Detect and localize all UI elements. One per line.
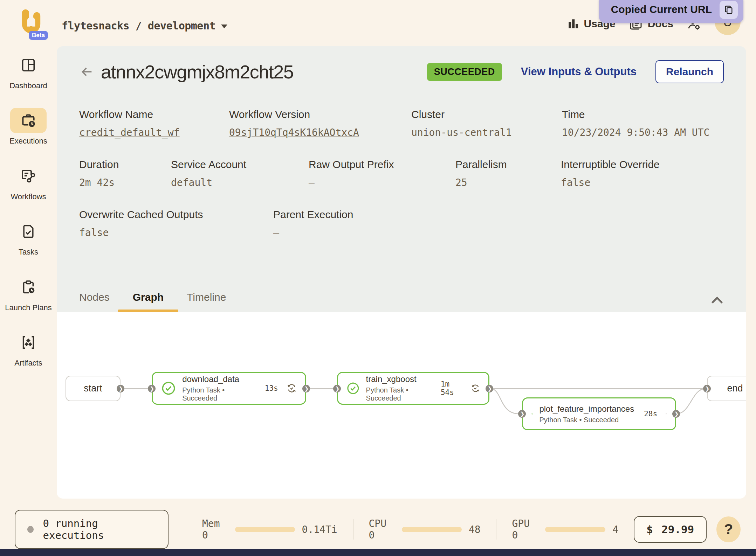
tasks-icon [21,224,36,239]
memory-meter: Mem 0 0.14Ti [187,518,353,541]
meta-field-cluster: Cluster union-us-central1 [411,109,562,138]
help-button[interactable]: ? [716,516,741,542]
beta-badge: Beta [29,31,48,40]
meta-field-workflow-name: Workflow Name credit_default_wf [79,109,229,138]
cost-button[interactable]: $ 29.99 [634,516,707,543]
meta-field-time: Time 10/23/2024 9:50:43 AM UTC [562,109,709,138]
workflow-graph[interactable]: start download_data Python Task • Succee… [57,312,746,499]
running-executions-pill[interactable]: 0 running executions [15,510,169,549]
cpu-meter: CPU 0 48 [353,518,496,541]
sidebar-label: Executions [9,137,47,146]
gpu-meter-bar [545,527,605,532]
status-footer: 0 running executions Mem 0 0.14Ti CPU 0 … [0,512,756,547]
union-logo[interactable]: Beta [16,9,46,39]
port-icon: ❯ [486,385,493,392]
task-name: plot_feature_importances [539,404,634,414]
meta-field-workflow-version: Workflow Version 09sjT10qTq4sK16kAOtxcA [229,109,411,138]
port-icon: ❯ [518,410,526,418]
bottom-edge-strip [0,549,756,556]
sidebar-item-dashboard[interactable]: Dashboard [2,53,55,90]
launch-plans-icon [20,279,36,295]
cpu-meter-bar [402,527,462,532]
node-label: start [84,383,102,394]
meta-field-raw-output-prefix: Raw Output Prefix – [309,159,455,188]
port-icon: ❯ [703,385,711,392]
execution-title: atnnx2cwgmjx8m2cht25 [101,61,293,83]
check-circle-icon [531,406,533,422]
sidebar-label: Tasks [19,248,38,257]
chevron-down-icon [221,25,227,28]
status-badge: SUCCEEDED [427,63,502,81]
arrow-left-icon [80,65,94,79]
info-icon [666,409,667,419]
sidebar-item-executions[interactable]: Executions [2,108,55,146]
back-button[interactable] [79,64,95,79]
copy-icon [724,5,734,15]
port-icon: ❯ [672,410,680,418]
sidebar-item-launch-plans[interactable]: Launch Plans [2,274,55,312]
gpu-meter: GPU 0 4 [496,518,634,541]
collapse-panel-button[interactable] [710,296,724,312]
status-dot [27,526,34,533]
port-icon: ❯ [148,385,156,392]
port-icon: ❯ [333,385,341,392]
workflow-name-link[interactable]: credit_default_wf [79,127,229,138]
execution-detail-card: atnnx2cwgmjx8m2cht25 SUCCEEDED View Inpu… [57,46,746,312]
node-label: end [727,383,743,394]
workflow-version-link[interactable]: 09sjT10qTq4sK16kAOtxcA [229,127,411,138]
sidebar-label: Launch Plans [5,303,51,312]
port-icon: ❯ [302,385,310,392]
copy-button[interactable] [720,1,738,19]
help-label: ? [724,521,733,538]
graph-node-start[interactable]: start [66,376,121,401]
running-executions-label: 0 running executions [43,517,156,541]
task-name: train_xgboost [366,374,431,384]
port-icon: ❯ [117,385,124,392]
artifacts-icon [20,334,36,350]
dollar-icon: $ [646,523,653,536]
task-meta: Python Task • Succeeded [182,386,255,402]
tab-timeline[interactable]: Timeline [187,291,226,312]
sidebar-label: Dashboard [9,81,47,90]
sidebar-label: Workflows [11,192,46,201]
sidebar-item-tasks[interactable]: Tasks [2,219,55,257]
graph-node-plot-feature-importances[interactable]: plot_feature_importances Python Task • S… [522,397,676,430]
dashboard-icon [20,57,36,73]
tab-nodes[interactable]: Nodes [79,291,110,312]
graph-node-train-xgboost[interactable]: train_xgboost Python Task • Succeeded 1m… [337,372,489,405]
tab-graph[interactable]: Graph [133,291,164,312]
sidebar-item-artifacts[interactable]: Artifacts [2,330,55,368]
tab-bar: Nodes Graph Timeline [79,283,724,312]
workflows-icon [20,168,37,185]
graph-node-download-data[interactable]: download_data Python Task • Succeeded 13… [152,372,306,405]
task-duration: 1m 54s [441,380,462,397]
meta-field-parent-execution: Parent Execution – [273,209,353,238]
bar-chart-icon [567,18,579,30]
task-meta: Python Task • Succeeded [366,386,431,402]
breadcrumb[interactable]: flytesnacks / development [62,20,227,32]
task-meta: Python Task • Succeeded [539,416,634,424]
meta-field-overwrite-cached-outputs: Overwrite Cached Outputs false [79,209,273,238]
chevron-up-icon [710,296,724,305]
breadcrumb-label: flytesnacks / development [62,20,215,32]
sidebar-item-workflows[interactable]: Workflows [2,164,55,201]
sidebar-label: Artifacts [14,359,42,368]
cache-icon [287,383,297,394]
memory-meter-bar [235,527,295,532]
meta-field-duration: Duration 2m 42s [79,159,171,188]
executions-icon [20,112,37,129]
meta-field-service-account: Service Account default [171,159,309,188]
view-inputs-outputs-link[interactable]: View Inputs & Outputs [521,65,637,78]
cache-icon [471,383,480,394]
sidebar: Dashboard Executions Workflows Tasks [0,53,57,368]
task-duration: 13s [265,384,278,392]
copied-url-toast: Copied Current URL [599,0,743,23]
toast-message: Copied Current URL [611,4,712,16]
relaunch-button[interactable]: Relaunch [655,60,724,83]
meta-field-interruptible-override: Interruptible Override false [561,159,660,188]
meta-field-parallelism: Parallelism 25 [455,159,561,188]
check-circle-icon [161,380,176,396]
cost-value: 29.99 [661,523,694,536]
task-name: download_data [182,374,255,384]
graph-node-end[interactable]: end [707,376,746,401]
